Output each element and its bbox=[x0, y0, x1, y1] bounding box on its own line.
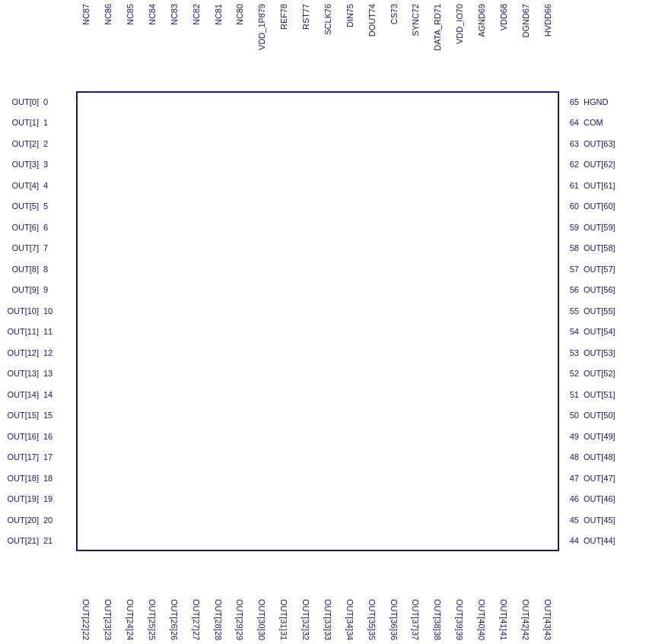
right-pin-name: OUT[60] bbox=[581, 201, 630, 211]
left-pin-row: OUT[16]16 bbox=[0, 426, 76, 447]
top-pin-name: NC bbox=[147, 13, 157, 25]
bottom-pin-name: OUT[41] bbox=[498, 599, 509, 631]
ic-diagram: OUT[0]0OUT[1]1OUT[2]2OUT[3]3OUT[4]4OUT[5… bbox=[0, 0, 668, 644]
bottom-pin-name: OUT[26] bbox=[169, 599, 180, 631]
right-pin-name: OUT[57] bbox=[581, 265, 630, 274]
top-pin-col: 81NC bbox=[213, 4, 224, 25]
right-pin-row: 45OUT[45] bbox=[561, 509, 668, 531]
right-pin-row: 54OUT[54] bbox=[561, 322, 668, 343]
top-pin-col: 79VDD_1P8 bbox=[256, 4, 267, 50]
right-pin-name: OUT[47] bbox=[581, 474, 630, 483]
bottom-pin-name: OUT[30] bbox=[256, 599, 267, 631]
top-pin-name: SCLK bbox=[323, 13, 333, 35]
top-pin-num: 72 bbox=[410, 4, 421, 13]
left-pin-name: OUT[2] bbox=[0, 139, 42, 148]
top-pin-num: 77 bbox=[301, 4, 311, 13]
top-pin-name: DOUT bbox=[367, 13, 377, 36]
top-pin-name: NC bbox=[125, 13, 135, 25]
bottom-pin-name: OUT[28] bbox=[213, 599, 224, 631]
left-pin-num: 19 bbox=[42, 494, 61, 503]
top-pin-num: 80 bbox=[234, 4, 245, 13]
right-pin-row: 57OUT[57] bbox=[561, 259, 668, 280]
bottom-pin-col: 38OUT[38] bbox=[432, 599, 443, 640]
right-pin-name: OUT[44] bbox=[581, 536, 630, 545]
left-pin-num: 17 bbox=[42, 452, 61, 462]
left-pin-name: OUT[11] bbox=[0, 327, 42, 336]
top-pin-col: 80NC bbox=[234, 4, 245, 25]
right-pin-name: OUT[52] bbox=[581, 369, 630, 378]
bottom-pin-col: 26OUT[26] bbox=[169, 599, 180, 640]
right-pin-num: 51 bbox=[561, 390, 581, 399]
top-pin-num: 79 bbox=[256, 4, 267, 13]
right-pin-row: 49OUT[49] bbox=[561, 426, 668, 447]
right-pin-row: 47OUT[47] bbox=[561, 468, 668, 489]
right-pin-name: OUT[53] bbox=[581, 348, 630, 357]
left-pin-name: OUT[19] bbox=[0, 494, 42, 503]
bottom-pin-col: 42OUT[42] bbox=[520, 599, 531, 640]
bottom-pin-name: OUT[39] bbox=[454, 599, 465, 631]
bottom-pin-name: OUT[23] bbox=[103, 599, 113, 631]
top-pin-name: REF bbox=[278, 13, 289, 30]
right-pin-num: 52 bbox=[561, 369, 581, 378]
right-pin-num: 45 bbox=[561, 516, 581, 525]
left-pin-name: OUT[15] bbox=[0, 411, 42, 420]
top-pin-name: NC bbox=[191, 13, 202, 25]
top-pin-col: 73CS bbox=[389, 4, 399, 25]
left-pin-row: OUT[11]11 bbox=[0, 322, 76, 343]
top-pin-name: NC bbox=[81, 13, 91, 25]
right-pin-num: 61 bbox=[561, 181, 581, 190]
left-pin-row: OUT[14]14 bbox=[0, 384, 76, 405]
right-pin-num: 59 bbox=[561, 223, 581, 232]
left-pin-row: OUT[15]15 bbox=[0, 405, 76, 427]
right-pin-num: 57 bbox=[561, 265, 581, 274]
top-pin-col: 67DGND bbox=[520, 4, 531, 38]
left-pin-num: 9 bbox=[42, 285, 61, 294]
top-pin-num: 74 bbox=[367, 4, 377, 13]
bottom-pin-name: OUT[35] bbox=[367, 599, 377, 631]
top-pin-name: VDD_IO bbox=[454, 13, 465, 44]
bottom-pin-num: 43 bbox=[542, 631, 553, 640]
left-pin-row: OUT[7]7 bbox=[0, 238, 76, 259]
right-pin-row: 61OUT[61] bbox=[561, 175, 668, 196]
right-pin-num: 56 bbox=[561, 285, 581, 294]
top-pin-col: 75DIN bbox=[345, 4, 355, 27]
bottom-pin-num: 31 bbox=[278, 631, 289, 640]
left-pin-row: OUT[18]18 bbox=[0, 468, 76, 489]
top-pin-num: 87 bbox=[81, 4, 91, 13]
bottom-pin-num: 34 bbox=[345, 631, 355, 640]
top-pin-name: DIN bbox=[345, 13, 355, 27]
right-pin-row: 52OUT[52] bbox=[561, 363, 668, 385]
top-pin-num: 83 bbox=[169, 4, 180, 13]
left-pin-num: 6 bbox=[42, 223, 61, 232]
bottom-pin-num: 25 bbox=[147, 631, 157, 640]
left-pin-num: 5 bbox=[42, 201, 61, 211]
bottom-pin-num: 30 bbox=[256, 631, 267, 640]
bottom-pin-num: 41 bbox=[498, 631, 509, 640]
top-pin-name: NC bbox=[234, 13, 245, 25]
bottom-pin-num: 22 bbox=[81, 631, 91, 640]
left-pin-row: OUT[6]6 bbox=[0, 217, 76, 238]
bottom-pin-num: 37 bbox=[410, 631, 421, 640]
top-pin-num: 84 bbox=[147, 4, 157, 13]
left-pin-row: OUT[9]9 bbox=[0, 280, 76, 301]
top-pin-num: 81 bbox=[213, 4, 224, 13]
top-pin-col: 78REF bbox=[278, 4, 289, 30]
bottom-pin-name: OUT[38] bbox=[432, 599, 443, 631]
right-pin-name: COM bbox=[581, 118, 630, 127]
top-pin-col: 84NC bbox=[147, 4, 157, 25]
right-pin-name: OUT[54] bbox=[581, 327, 630, 336]
right-pin-num: 64 bbox=[561, 118, 581, 127]
left-pin-num: 7 bbox=[42, 243, 61, 252]
bottom-pin-num: 27 bbox=[191, 631, 202, 640]
bottom-pin-col: 33OUT[33] bbox=[323, 599, 333, 640]
top-pin-name: NC bbox=[169, 13, 180, 25]
left-pin-row: OUT[8]8 bbox=[0, 259, 76, 280]
top-pin-col: 87NC bbox=[81, 4, 91, 25]
bottom-pin-col: 43OUT[43] bbox=[542, 599, 553, 640]
left-pin-name: OUT[6] bbox=[0, 223, 42, 232]
top-pin-col: 85NC bbox=[125, 4, 135, 25]
top-pin-col: 71DATA_RD bbox=[432, 4, 443, 51]
bottom-pin-name: OUT[40] bbox=[476, 599, 487, 631]
top-pin-name: RST bbox=[301, 13, 311, 30]
right-pin-name: OUT[45] bbox=[581, 516, 630, 525]
